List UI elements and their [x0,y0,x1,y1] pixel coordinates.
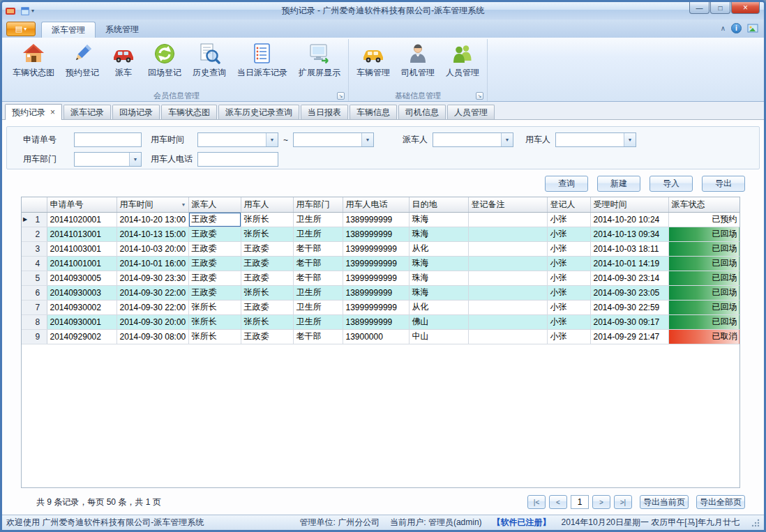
grid-cell[interactable]: 2014-10-01 16:00 [117,256,188,271]
column-header[interactable]: 目的地 [409,197,468,212]
prev-page-button[interactable]: < [549,495,567,509]
column-header[interactable]: 用车时间▼ [117,197,188,212]
request-no-input[interactable] [74,132,142,147]
grid-cell[interactable]: 王政委 [188,271,241,285]
table-row[interactable]: 3201410030012014-10-03 20:00王政委王政委老干部139… [22,241,739,256]
resize-grip[interactable] [751,519,760,527]
chevron-down-icon[interactable]: ▼ [361,133,373,146]
table-row[interactable]: 7201409300022014-09-30 22:00张所长王政委卫生所139… [22,300,739,314]
grid-cell[interactable]: 2014-09-30 23:05 [590,285,668,300]
chevron-down-icon[interactable]: ▼ [501,133,513,146]
grid-cell[interactable] [468,285,547,300]
filter-arrow-icon[interactable]: ▼ [181,202,186,207]
grid-cell[interactable]: 张所长 [241,314,293,329]
status-cell[interactable]: 已取消 [668,329,739,344]
grid-cell[interactable]: 2014-10-20 13:00 [117,212,188,227]
status-cell[interactable]: 已预约 [668,212,739,227]
first-page-button[interactable]: |< [527,495,546,509]
grid-cell[interactable] [468,241,547,256]
grid-cell[interactable]: 张所长 [188,314,241,329]
grid-cell[interactable]: 张所长 [188,300,241,314]
grid-cell[interactable]: 20140930003 [47,285,117,300]
grid-cell[interactable]: 卫生所 [293,227,343,241]
grid-cell[interactable]: 卫生所 [293,314,343,329]
use-time-from-combo[interactable]: ▼ [197,132,278,147]
grid-cell[interactable]: 王政委 [241,256,293,271]
grid-cell[interactable]: 20140929002 [47,329,117,344]
grid-cell[interactable]: 2014-10-20 10:24 [590,212,668,227]
grid-cell[interactable]: 2014-09-30 22:59 [590,300,668,314]
table-row[interactable]: 2201410130012014-10-13 15:00王政委张所长卫生所138… [22,227,739,241]
grid-cell[interactable]: 小张 [547,285,590,300]
grid-cell[interactable]: 卫生所 [293,285,343,300]
grid-cell[interactable] [468,314,547,329]
grid-cell[interactable]: 小张 [547,227,590,241]
grid-cell[interactable]: 王政委 [188,256,241,271]
grid-cell[interactable]: 2014-09-30 20:00 [117,314,188,329]
chevron-down-icon[interactable]: ▼ [129,153,141,166]
export-current-page-button[interactable]: 导出当前页 [640,495,689,509]
grid-cell[interactable]: 20141020001 [47,212,117,227]
ribbon-button[interactable]: 历史查询 [187,39,232,90]
style-icon[interactable] [747,24,758,33]
department-combo[interactable]: ▼ [74,152,142,167]
grid-cell[interactable]: 老干部 [293,271,343,285]
table-row[interactable]: 8201409300012014-09-30 20:00张所长张所长卫生所138… [22,314,739,329]
grid-cell[interactable] [468,271,547,285]
grid-cell[interactable]: 王政委 [241,241,293,256]
ribbon-button[interactable]: 人员管理 [440,39,485,90]
ribbon-tab-dispatch[interactable]: 派车管理 [41,22,96,38]
table-row[interactable]: 5201409300052014-09-30 23:30王政委王政委老干部139… [22,271,739,285]
grid-cell[interactable]: 2014-10-13 15:00 [117,227,188,241]
ribbon-button[interactable]: 预约登记 [60,39,105,90]
grid-cell[interactable]: 1389999999 [343,314,409,329]
dispatcher-combo[interactable]: ▼ [433,132,513,147]
grid-cell[interactable]: 20140930002 [47,300,117,314]
grid-cell[interactable]: 2014-10-03 20:00 [117,241,188,256]
grid-cell[interactable] [468,212,547,227]
grid-cell[interactable]: 珠海 [409,285,468,300]
doc-tab[interactable]: 当日报表 [301,105,348,119]
grid-cell[interactable] [468,227,547,241]
grid-cell[interactable]: 张所长 [188,329,241,344]
doc-tab[interactable]: 车辆信息 [350,105,397,119]
status-cell[interactable]: 已回场 [668,256,739,271]
grid-cell[interactable]: 2014-09-29 21:47 [590,329,668,344]
app-menu-button[interactable]: ▤▾ [6,22,36,36]
user-combo[interactable]: ▼ [555,132,636,147]
grid-cell[interactable]: 20140930001 [47,314,117,329]
status-cell[interactable]: 已回场 [668,227,739,241]
registered-link[interactable]: 【软件已注册】 [493,517,551,529]
status-cell[interactable]: 已回场 [668,271,739,285]
table-row[interactable]: 4201410010012014-10-01 16:00王政委王政委老干部139… [22,256,739,271]
grid-cell[interactable]: 13999999999 [343,271,409,285]
grid-cell[interactable] [468,256,547,271]
chevron-down-icon[interactable]: ▾ [31,8,34,14]
grid-cell[interactable]: 小张 [547,314,590,329]
status-cell[interactable]: 已回场 [668,314,739,329]
grid-cell[interactable]: 2014-09-30 22:00 [117,285,188,300]
grid-cell[interactable]: 13999999999 [343,300,409,314]
column-header[interactable]: 登记备注 [468,197,547,212]
status-cell[interactable]: 已回场 [668,300,739,314]
grid-cell[interactable]: 20141013001 [47,227,117,241]
grid-cell[interactable]: 13999999999 [343,256,409,271]
doc-tab[interactable]: 车辆状态图 [161,105,217,119]
grid-cell[interactable]: 2014-09-30 09:17 [590,314,668,329]
page-number-input[interactable] [571,495,589,509]
grid-cell[interactable]: 珠海 [409,271,468,285]
import-button[interactable]: 导入 [649,176,693,192]
grid-cell[interactable]: 王政委 [241,271,293,285]
minimize-button[interactable]: — [689,2,709,14]
status-cell[interactable]: 已回场 [668,241,739,256]
grid-cell[interactable]: 2014-09-30 23:14 [590,271,668,285]
grid-cell[interactable]: 从化 [409,300,468,314]
grid-cell[interactable]: 王政委 [188,285,241,300]
grid-cell[interactable]: 小张 [547,241,590,256]
ribbon-button[interactable]: 扩展屏显示 [293,39,346,90]
ribbon-button[interactable]: 司机管理 [396,39,440,90]
grid-cell[interactable]: 卫生所 [293,212,343,227]
grid-cell[interactable]: 20141003001 [47,241,117,256]
table-row[interactable]: ▶1201410200012014-10-20 13:00王政委张所长卫生所13… [22,212,739,227]
use-time-to-combo[interactable]: ▼ [293,132,374,147]
